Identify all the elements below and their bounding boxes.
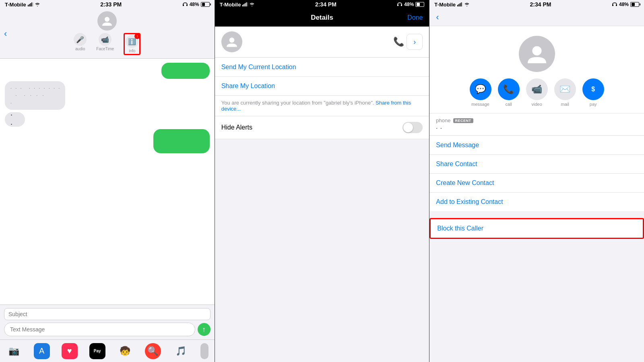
svg-point-23 [532, 46, 541, 56]
partial-icon [200, 343, 208, 359]
add-existing-contact-option[interactable]: Add to Existing Contact [429, 193, 644, 211]
svg-rect-20 [462, 2, 463, 6]
text-message-input[interactable] [4, 323, 195, 336]
svg-rect-4 [33, 2, 33, 6]
battery-fill-1 [202, 3, 205, 6]
video-action[interactable]: 📹 video [526, 78, 548, 107]
battery-icon-2 [415, 2, 424, 7]
wifi-icon-3 [464, 2, 469, 6]
svg-rect-6 [186, 4, 188, 6]
phone-label: phone RECENT [436, 117, 638, 123]
applepay-icon-btn[interactable]: Pay [89, 343, 105, 359]
signal-icon-2 [242, 2, 248, 6]
svg-rect-21 [612, 4, 613, 6]
hide-alerts-label: Hide Alerts [221, 124, 252, 131]
time-2: 2:34 PM [315, 1, 336, 8]
person-icon-2 [226, 36, 238, 48]
battery-pct-2: 48% [404, 2, 414, 7]
status-left-3: T-Mobile [434, 2, 469, 8]
contact-back-header: ‹ [429, 9, 644, 26]
music-icon-btn[interactable]: 🎵 [173, 343, 189, 359]
hide-alerts-toggle[interactable] [402, 122, 423, 133]
camera-icon-btn[interactable]: 📷 [6, 343, 22, 359]
person-icon-1 [101, 15, 113, 27]
audio-icon-circle: 🎤 [74, 33, 87, 46]
search-icon-btn[interactable]: 🔍 [145, 343, 161, 359]
memoji-icon-btn[interactable]: 🧒 [117, 343, 133, 359]
pay-action-label: pay [590, 102, 597, 107]
status-right-2: 48% [397, 2, 424, 7]
video-action-label: video [532, 102, 542, 107]
contact-arrow-button[interactable]: › [407, 34, 423, 50]
info-action[interactable]: ℹ️ ! info [124, 33, 140, 55]
message-input-area: ↑ [0, 304, 215, 339]
send-button[interactable]: ↑ [198, 323, 211, 336]
pay-action[interactable]: $ pay [582, 78, 604, 107]
location-note-text: You are currently sharing your location … [221, 100, 374, 106]
facetime-action[interactable]: 📹 FaceTime [96, 33, 114, 55]
mail-action-btn[interactable]: ✉️ [554, 78, 576, 100]
back-button-3[interactable]: ‹ [436, 12, 439, 23]
mail-action[interactable]: ✉️ mail [554, 78, 576, 107]
appstore-icon-btn[interactable]: A [34, 343, 50, 359]
message-action[interactable]: 💬 message [470, 78, 491, 107]
audio-action[interactable]: 🎤 audio [74, 33, 87, 55]
svg-rect-10 [245, 3, 246, 6]
battery-pct-3: 48% [619, 2, 629, 7]
battery-fill-2 [417, 3, 420, 6]
svg-point-15 [229, 37, 234, 43]
status-bar-1: T-Mobile 2:33 PM 48% [0, 0, 215, 9]
contact-options-section: Send Message Share Contact Create New Co… [429, 136, 644, 211]
phone-section: phone RECENT · · [429, 113, 644, 136]
mail-action-label: mail [561, 102, 569, 107]
time-1: 2:33 PM [100, 1, 122, 8]
message-actions: 🎤 audio 📹 FaceTime ℹ️ ! info [74, 33, 140, 55]
back-button-1[interactable]: ‹ [4, 29, 7, 39]
facetime-label: FaceTime [96, 47, 114, 51]
info-badge: ! [134, 33, 140, 39]
svg-point-7 [105, 17, 109, 22]
share-contact-option[interactable]: Share Contact [429, 155, 644, 174]
info-icon-circle: ℹ️ ! [126, 35, 138, 48]
audio-label: audio [75, 47, 85, 51]
phone-icon-details: 📞 [393, 37, 404, 47]
status-bar-3: T-Mobile 2:34 PM 48% [429, 0, 644, 9]
send-message-option[interactable]: Send Message [429, 136, 644, 155]
svg-rect-1 [29, 4, 30, 6]
message-bubble-row [5, 63, 210, 79]
video-action-btn[interactable]: 📹 [526, 78, 548, 100]
call-action-btn[interactable]: 📞 [498, 78, 520, 100]
send-location-row[interactable]: Send My Current Location [215, 58, 429, 77]
wifi-icon-2 [250, 2, 254, 6]
heart-icon-btn[interactable]: ♥ [62, 343, 78, 359]
bottom-spacer [429, 239, 644, 362]
info-label: info [129, 49, 135, 53]
battery-pct-1: 48% [190, 2, 199, 7]
battery-icon-3 [630, 2, 639, 7]
location-note: You are currently sharing your location … [215, 96, 429, 116]
messages-area: · · · · · · · · · · · · · · · · · · [0, 59, 215, 304]
pay-action-btn[interactable]: $ [582, 78, 604, 100]
svg-rect-13 [397, 4, 398, 6]
status-bar-2: T-Mobile 2:34 PM 48% [215, 0, 429, 9]
status-right-1: 48% [182, 2, 210, 7]
carrier-3: T-Mobile [434, 2, 456, 8]
message-bubble-row-small: · · [5, 112, 210, 127]
block-caller-row[interactable]: Block this Caller [429, 218, 644, 239]
message-bubble-incoming-small: · · [5, 112, 25, 127]
block-caller-section: Block this Caller [429, 218, 644, 239]
create-new-contact-option[interactable]: Create New Contact [429, 174, 644, 193]
text-input-row: ↑ [4, 323, 211, 336]
carrier-1: T-Mobile [5, 2, 26, 8]
call-action[interactable]: 📞 call [498, 78, 520, 107]
toggle-knob [403, 123, 413, 132]
phone-label-text: phone [436, 117, 450, 123]
contact-profile-section: 💬 message 📞 call 📹 video ✉️ mail $ pay [429, 26, 644, 113]
subject-input[interactable] [4, 308, 211, 320]
svg-rect-18 [460, 3, 460, 6]
message-action-btn[interactable]: 💬 [470, 78, 491, 100]
done-button[interactable]: Done [407, 14, 423, 21]
share-location-row[interactable]: Share My Location [215, 77, 429, 96]
message-bubble-outgoing-2 [153, 129, 210, 153]
message-action-label: message [471, 102, 489, 107]
